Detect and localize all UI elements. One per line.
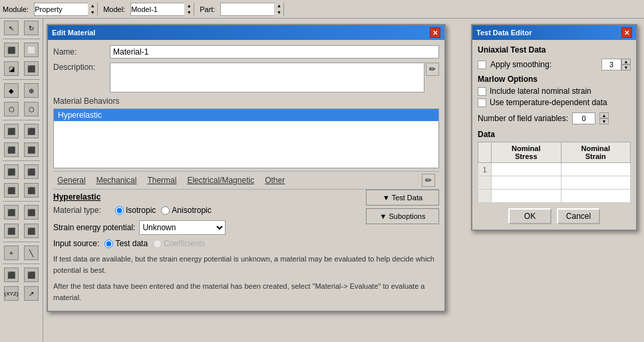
plus-icon[interactable]: + [4, 246, 19, 260]
tool-icon-15[interactable]: ⬛ [4, 224, 19, 238]
row-1-strain[interactable] [561, 163, 631, 176]
test-data-radio-text: Test data [115, 239, 148, 248]
view-icon-2[interactable]: ⬜ [24, 43, 39, 57]
rotate-icon[interactable]: ↻ [24, 21, 39, 35]
tde-titlebar: Test Data Editor ✕ [472, 25, 636, 40]
behaviors-label: Material Behaviors [53, 96, 439, 106]
description-input[interactable] [110, 63, 424, 92]
table-row-empty-1 [478, 176, 631, 190]
suboptions-btn[interactable]: ▼ Suboptions [366, 208, 439, 224]
isotropic-radio[interactable] [115, 206, 124, 215]
model-input[interactable] [131, 3, 184, 15]
edit-material-close-btn[interactable]: ✕ [430, 27, 440, 38]
smoothing-up-btn[interactable]: ▲ [621, 59, 631, 65]
diagonal-icon[interactable]: ╲ [24, 246, 39, 260]
coefficients-radio-text: Coefficients [164, 239, 205, 248]
tool-icon-2[interactable]: ⊕ [24, 83, 39, 98]
part-spinner[interactable]: ▲ ▼ [220, 3, 284, 16]
info-text-2: After the test data have been entered an… [53, 281, 439, 303]
left-sidebar: ↖ ↻ ⬛ ⬜ ◪ ⬛ ◆ ⊕ ⬡ ⬡ ⬛ ⬛ ⬛ ⬛ ⬛ ⬛ ⬛ ⬛ ⬛ ⬛ … [0, 19, 43, 342]
view-icon-1[interactable]: ⬛ [4, 43, 19, 57]
name-label: Name: [53, 47, 110, 57]
field-var-input[interactable] [572, 112, 595, 124]
module-down-btn[interactable]: ▼ [88, 9, 97, 16]
module-up-btn[interactable]: ▲ [88, 3, 97, 9]
nominal-stress-header: NominalStress [492, 142, 562, 163]
table-row-empty-2 [478, 190, 631, 203]
include-lateral-checkbox[interactable] [478, 87, 486, 96]
model-down-btn[interactable]: ▼ [184, 9, 194, 16]
edit-material-title: Edit Material [52, 29, 95, 37]
part-up-btn[interactable]: ▲ [274, 3, 283, 9]
move-icon-2[interactable]: ⬛ [24, 267, 39, 282]
test-data-editor-window: Test Data Editor ✕ Uniaxial Test Data Ap… [471, 24, 637, 231]
test-data-radio[interactable] [104, 240, 113, 248]
part-input[interactable] [221, 3, 274, 15]
menu-general[interactable]: General [57, 176, 86, 185]
test-data-radio-label[interactable]: Test data [104, 239, 148, 248]
menu-bar-edit-icon[interactable]: ✏ [422, 174, 435, 187]
isotropic-radio-label[interactable]: Isotropic [115, 206, 156, 215]
smoothing-down-btn[interactable]: ▼ [621, 65, 631, 71]
tool-icon-8[interactable]: ⬛ [24, 142, 39, 157]
description-edit-icon[interactable]: ✏ [426, 63, 439, 76]
use-temp-checkbox[interactable] [478, 98, 486, 107]
move-icon-1[interactable]: ⬛ [4, 267, 19, 282]
tool-icon-11[interactable]: ⬛ [4, 183, 19, 198]
coord-icon[interactable]: (XYZ) [4, 286, 19, 301]
tde-close-btn[interactable]: ✕ [621, 27, 632, 38]
row-1-stress[interactable] [492, 163, 562, 176]
coefficients-radio [153, 240, 162, 248]
nominal-strain-header: NominalStrain [561, 142, 631, 163]
tool-icon-10[interactable]: ⬛ [24, 164, 39, 179]
field-var-down-btn[interactable]: ▼ [599, 118, 609, 124]
menu-other[interactable]: Other [265, 176, 285, 185]
part-down-btn[interactable]: ▼ [274, 9, 283, 16]
menu-mechanical[interactable]: Mechanical [96, 176, 137, 185]
view-icon-4[interactable]: ⬛ [24, 61, 39, 76]
edit-material-titlebar: Edit Material ✕ [48, 25, 444, 40]
tool-icon-5[interactable]: ⬛ [4, 124, 19, 138]
tool-icon-12[interactable]: ⬛ [24, 183, 39, 198]
tool-icon-6[interactable]: ⬛ [24, 124, 39, 138]
arrow2-icon[interactable]: ↗ [24, 286, 39, 301]
field-var-label: Number of field variables: [478, 114, 568, 123]
test-data-btn[interactable]: ▼ Test Data [366, 190, 439, 206]
behaviors-list[interactable]: Hyperelastic [53, 108, 439, 168]
coefficients-radio-label[interactable]: Coefficients [153, 239, 205, 248]
model-spinner[interactable]: ▲ ▼ [130, 3, 194, 16]
data-table: NominalStress NominalStrain 1 [478, 142, 631, 203]
anisotropic-radio-label[interactable]: Anisotropic [161, 206, 211, 215]
module-spinner[interactable]: ▲ ▼ [34, 3, 98, 16]
behavior-hyperelastic[interactable]: Hyperelastic [54, 109, 438, 121]
tool-icon-1[interactable]: ◆ [4, 83, 19, 98]
field-var-up-btn[interactable]: ▲ [599, 112, 609, 118]
menu-electrical[interactable]: Electrical/Magnetic [187, 176, 254, 185]
model-label: Model: [103, 5, 125, 13]
tool-icon-3[interactable]: ⬡ [4, 102, 19, 116]
module-input[interactable] [35, 3, 88, 15]
menu-thermal[interactable]: Thermal [147, 176, 176, 185]
tool-icon-7[interactable]: ⬛ [4, 142, 19, 157]
row-num-header [478, 142, 492, 163]
arrow-icon[interactable]: ↖ [4, 21, 19, 35]
info-text-1: If test data are available, but the stra… [53, 254, 439, 275]
name-input[interactable] [110, 45, 439, 59]
tool-icon-14[interactable]: ⬛ [24, 205, 39, 220]
tool-icon-4[interactable]: ⬡ [24, 102, 39, 116]
tool-icon-9[interactable]: ⬛ [4, 164, 19, 179]
uniaxial-title: Uniaxial Test Data [478, 45, 631, 55]
tool-icon-13[interactable]: ⬛ [4, 205, 19, 220]
strain-energy-select[interactable]: Unknown [139, 220, 226, 235]
view-icon-3[interactable]: ◪ [4, 61, 19, 76]
material-type-label: Material type: [53, 206, 110, 215]
anisotropic-label: Anisotropic [172, 206, 211, 215]
apply-smoothing-checkbox[interactable] [478, 61, 486, 69]
smoothing-value-input[interactable] [601, 59, 621, 71]
data-title: Data [478, 130, 631, 139]
tool-icon-16[interactable]: ⬛ [24, 224, 39, 238]
tde-ok-btn[interactable]: OK [508, 208, 552, 224]
anisotropic-radio[interactable] [161, 206, 170, 215]
model-up-btn[interactable]: ▲ [184, 3, 194, 9]
tde-cancel-btn[interactable]: Cancel [557, 208, 600, 224]
